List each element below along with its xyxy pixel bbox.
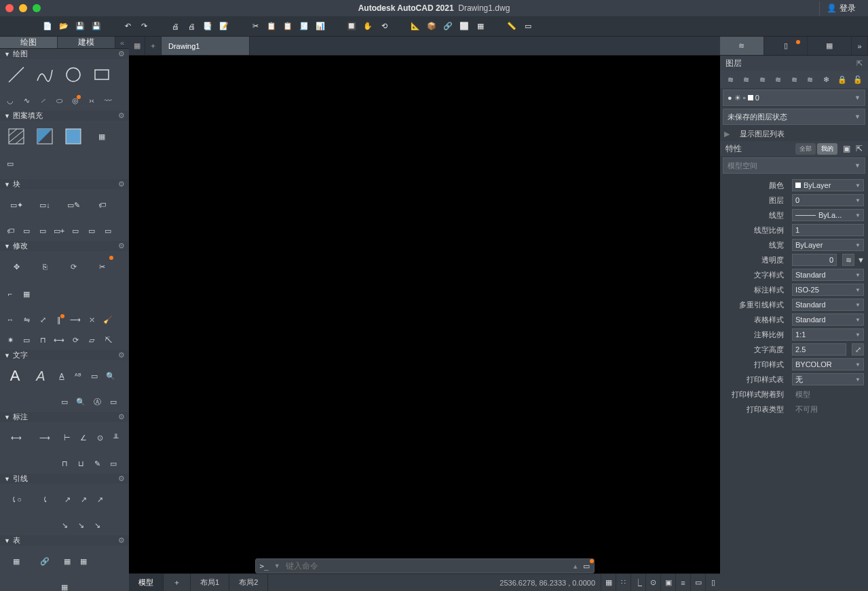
save-as-icon[interactable]: 💾 bbox=[90, 20, 103, 33]
linear-dim-icon[interactable]: ⟷ bbox=[3, 425, 30, 451]
lengthen-icon[interactable]: ⟷ bbox=[52, 332, 67, 347]
table-style-field[interactable]: Standard▼ bbox=[792, 313, 864, 326]
linetype-field[interactable]: ByLa...▼ bbox=[792, 209, 864, 221]
circle-tool-icon[interactable] bbox=[60, 62, 87, 88]
section-draw-header[interactable]: 绘图 bbox=[13, 49, 28, 59]
section-table-header[interactable]: 表 bbox=[13, 535, 20, 546]
ray-tool-icon[interactable]: ⟋ bbox=[35, 93, 50, 108]
table-style-icon[interactable]: ▦ bbox=[76, 548, 91, 574]
plot-preview-icon[interactable]: 🖨 bbox=[185, 20, 198, 33]
layer-state-2-icon[interactable]: ≋ bbox=[740, 73, 753, 85]
new-tab-icon[interactable]: ＋ bbox=[145, 37, 162, 55]
polyline-tool-icon[interactable] bbox=[31, 62, 58, 88]
section-leader-header[interactable]: 引线 bbox=[13, 474, 28, 484]
mirror-icon[interactable]: ⇋ bbox=[19, 312, 34, 327]
dtext-tool-icon[interactable]: A bbox=[29, 363, 53, 389]
mleader-remove-icon[interactable]: ↘ bbox=[57, 518, 72, 533]
field-icon[interactable]: ▭ bbox=[87, 363, 102, 389]
left-tab-draw[interactable]: 绘图 bbox=[0, 37, 58, 48]
trim-tool-icon[interactable]: ✂ bbox=[88, 254, 115, 280]
copy-icon[interactable]: 📋 bbox=[265, 20, 278, 33]
textalign-icon[interactable]: 🔍 bbox=[73, 394, 88, 409]
section-modify-header[interactable]: 修改 bbox=[13, 241, 28, 251]
count-icon[interactable]: ▭ bbox=[68, 223, 83, 238]
layer-state-dropdown[interactable]: 未保存的图层状态▼ bbox=[723, 109, 865, 125]
datalink-tool-icon[interactable]: 🔗 bbox=[31, 548, 58, 574]
hatch-tool-icon[interactable] bbox=[3, 123, 30, 149]
xref-icon[interactable]: 🔗 bbox=[441, 20, 455, 33]
select-icon[interactable]: ▭ bbox=[521, 20, 535, 33]
command-options-icon[interactable]: ▭ bbox=[583, 562, 590, 571]
mleader-align-icon[interactable]: ↗ bbox=[60, 487, 75, 512]
layer-state-1-icon[interactable]: ≋ bbox=[724, 73, 736, 85]
gear-icon[interactable]: ⚙ bbox=[118, 413, 125, 421]
line-tool-icon[interactable] bbox=[3, 62, 30, 88]
align-icon[interactable]: ▭ bbox=[19, 332, 34, 347]
extend-icon[interactable]: ⟶ bbox=[68, 312, 83, 327]
right-tab-tables[interactable]: ▦ bbox=[808, 37, 852, 55]
batch-plot-icon[interactable]: 📑 bbox=[201, 20, 214, 33]
dynamic-block-icon[interactable]: ▭+ bbox=[52, 223, 67, 238]
right-tab-overflow[interactable]: » bbox=[852, 37, 868, 55]
hatch-palette-icon[interactable]: ▦ bbox=[474, 20, 487, 33]
table-tool-icon[interactable]: ▦ bbox=[3, 548, 30, 574]
mleader-style-field[interactable]: Standard▼ bbox=[792, 299, 864, 311]
file-tab-drawing1[interactable]: Drawing1 bbox=[162, 37, 250, 55]
stretch-icon[interactable]: ↔ bbox=[3, 312, 18, 327]
textedit-icon[interactable]: ▭ bbox=[57, 394, 72, 409]
space-dropdown[interactable]: 模型空间▼ bbox=[723, 157, 865, 174]
layer-state-4-icon[interactable]: ≋ bbox=[772, 73, 785, 85]
create-block-icon[interactable]: ▭✦ bbox=[3, 192, 30, 218]
ordinate-dim-icon[interactable]: ╨ bbox=[109, 425, 124, 451]
explode-icon[interactable]: ✷ bbox=[3, 332, 18, 347]
left-tab-model[interactable]: 建模 bbox=[58, 37, 115, 48]
mleader-add-icon[interactable]: ↗ bbox=[92, 487, 107, 512]
mleader-collect-icon[interactable]: ↗ bbox=[76, 487, 91, 512]
print-icon[interactable]: 🖨 bbox=[168, 20, 182, 33]
right-tab-layers[interactable]: ≋ bbox=[720, 37, 764, 55]
command-history-icon[interactable]: ▴ bbox=[573, 562, 578, 571]
find-replace-icon[interactable]: 🔍 bbox=[103, 363, 118, 389]
purge-icon[interactable]: ▭ bbox=[100, 223, 115, 238]
save-icon[interactable]: 💾 bbox=[73, 20, 87, 33]
mleader-tool-icon[interactable]: ⤹○ bbox=[3, 487, 30, 512]
new-file-icon[interactable]: 📄 bbox=[41, 20, 54, 33]
array-tool-icon[interactable]: ▦ bbox=[19, 281, 34, 307]
layer-lock-icon[interactable]: 🔒 bbox=[836, 73, 848, 85]
fillet-tool-icon[interactable]: ⌐ bbox=[3, 281, 18, 307]
pedit-icon[interactable]: ⟳ bbox=[68, 332, 83, 347]
table-edit-icon[interactable]: ▦ bbox=[60, 548, 75, 574]
match-props-icon[interactable]: 🧾 bbox=[297, 20, 311, 33]
layer-state-3-icon[interactable]: ≋ bbox=[756, 73, 768, 85]
plot-style-table-field[interactable]: 无▼ bbox=[792, 373, 864, 385]
mleader-style-icon[interactable]: ↘ bbox=[73, 518, 88, 533]
annotative-icon[interactable]: Ⓐ bbox=[90, 394, 105, 409]
gear-icon[interactable]: ⚙ bbox=[118, 180, 125, 189]
basepoint-icon[interactable]: ▭ bbox=[84, 223, 99, 238]
ortho-toggle-icon[interactable]: ⎿ bbox=[630, 574, 645, 592]
section-dim-header[interactable]: 标注 bbox=[13, 412, 28, 422]
gear-icon[interactable]: ⚙ bbox=[118, 50, 125, 58]
leader-tool-icon[interactable]: ⤹ bbox=[31, 487, 58, 512]
props-scope-mine-button[interactable]: 我的 bbox=[817, 143, 837, 155]
scale-icon[interactable]: ⤢ bbox=[35, 312, 50, 327]
insert-block-icon[interactable]: ▭↓ bbox=[31, 192, 58, 218]
osnap-toggle-icon[interactable]: ▣ bbox=[660, 574, 675, 592]
plot-style-field[interactable]: BYCOLOR▼ bbox=[792, 358, 864, 370]
rotate-tool-icon[interactable]: ⟳ bbox=[60, 254, 87, 280]
transparency-bylayer-button[interactable]: ≋ bbox=[842, 254, 854, 266]
move-tool-icon[interactable]: ✥ bbox=[3, 254, 30, 280]
angular-dim-icon[interactable]: ∠ bbox=[76, 425, 91, 451]
solid-fill-icon[interactable] bbox=[60, 123, 87, 149]
lineweight-field[interactable]: ByLayer▼ bbox=[792, 239, 864, 251]
gear-icon[interactable]: ⚙ bbox=[118, 111, 125, 120]
section-hatch-header[interactable]: 图案填充 bbox=[13, 111, 43, 121]
props-undock-icon[interactable]: ⇱ bbox=[856, 144, 863, 153]
paste-icon[interactable]: 📋 bbox=[281, 20, 295, 33]
selection-cycle-icon[interactable]: ▯ bbox=[705, 574, 720, 592]
command-input[interactable] bbox=[286, 561, 568, 571]
section-text-header[interactable]: 文字 bbox=[13, 350, 28, 360]
sketch-tool-icon[interactable]: 〰 bbox=[100, 93, 115, 108]
block-editor-icon[interactable]: ▭ bbox=[35, 223, 50, 238]
overkill-icon[interactable]: ⛏ bbox=[100, 332, 115, 347]
